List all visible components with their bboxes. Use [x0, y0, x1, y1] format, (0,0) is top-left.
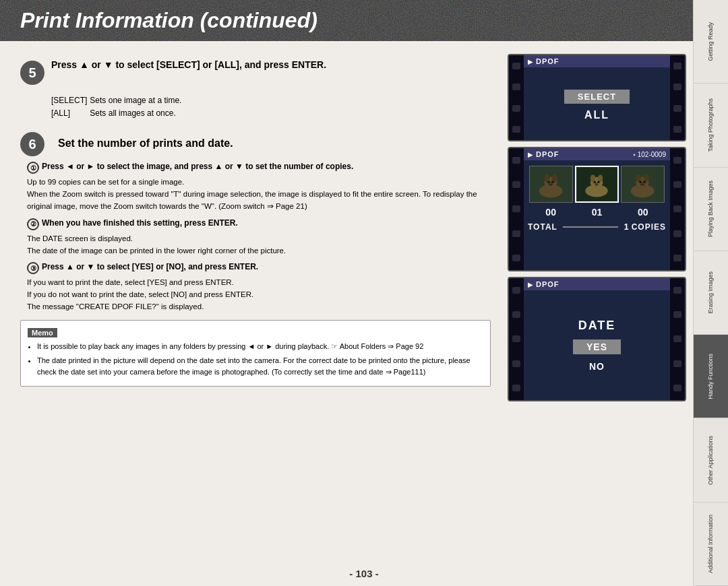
substep1-text: Press ◄ or ► to select the image, and pr… [42, 162, 353, 171]
svg-point-6 [551, 181, 554, 183]
substep2-circle: ② [27, 218, 39, 230]
svg-point-15 [595, 183, 599, 186]
film-hole [512, 205, 520, 212]
screen3-top-bar: ▶ DPOF [524, 278, 670, 290]
screen3-content: ▶ DPOF DATE YES NO [524, 278, 670, 400]
sidebar-item-playing-back[interactable]: Playing Back Images [694, 168, 728, 251]
film-hole [512, 84, 520, 90]
sidebar-item-taking-photos[interactable]: Taking Photographs [694, 84, 728, 167]
screen3: ▶ DPOF DATE YES NO [508, 277, 686, 401]
svg-point-22 [643, 181, 646, 183]
film-hole [673, 335, 681, 342]
film-strip-left-1 [509, 55, 524, 140]
page-number: - 103 - [349, 568, 378, 579]
all-label: [ALL] [51, 107, 90, 120]
substep1-circle: ① [27, 162, 39, 174]
screen1-dpof-label: DPOF [536, 57, 559, 65]
substep3: ③ Press ▲ or ▼ to select [YES] or [NO], … [27, 262, 491, 313]
total-label: TOTAL [528, 222, 557, 232]
screen3-no: NO [589, 361, 605, 372]
film-hole [673, 385, 681, 391]
substep2-detail2: The date of the image can be printed in … [27, 245, 491, 257]
substep1: ① Press ◄ or ► to select the image, and … [27, 162, 491, 212]
step6-number: 6 [20, 132, 44, 156]
film-hole [512, 126, 520, 133]
screens-panel: ▶ DPOF SELECT ALL [504, 47, 693, 586]
sidebar-label-erasing: Erasing Images [707, 271, 715, 314]
step5-detail: [SELECT] Sets one image at a time. [ALL]… [51, 94, 491, 120]
step6-title: Set the number of prints and date. [58, 137, 233, 150]
memo-item-2: The date printed in the picture will dep… [37, 355, 483, 378]
step6-block: 6 Set the number of prints and date. ① P… [20, 131, 491, 313]
substep2-text: When you have finished this setting, pre… [42, 218, 238, 228]
sidebar-label-additional: Additional Information [707, 515, 715, 573]
screen1-content: ▶ DPOF SELECT ALL [524, 55, 670, 140]
film-hole [512, 385, 520, 391]
copies-underline [563, 226, 619, 228]
memo-list: It is possible to play back any images i… [28, 341, 483, 378]
svg-point-23 [640, 183, 644, 186]
film-hole [673, 360, 681, 367]
film-hole [512, 157, 520, 164]
sidebar-item-handy[interactable]: Handy Functions [694, 335, 728, 418]
copies-numbers: 00 01 00 [524, 205, 670, 219]
screen2-top-bar: ▶ DPOF ▪ 102-0009 [524, 148, 670, 160]
copy-num-2: 01 [575, 207, 619, 218]
step5-number: 5 [20, 61, 44, 85]
select-desc: Sets one image at a time. [90, 94, 184, 107]
film-hole [512, 360, 520, 367]
page-title: Print Information (continued) [20, 8, 317, 33]
screen2-content: ▶ DPOF ▪ 102-0009 [524, 148, 670, 270]
memo-item-1: It is possible to play back any images i… [37, 341, 483, 352]
sidebar-item-getting-ready[interactable]: Getting Ready [694, 0, 728, 84]
substep1-detail1: Up to 99 copies can be set for a single … [27, 176, 491, 189]
screen2: ▶ DPOF ▪ 102-0009 [508, 147, 686, 271]
film-strip-right-3 [670, 278, 685, 400]
sidebar-item-other[interactable]: Other Applications [694, 418, 728, 502]
screen2-arrow-icon: ▶ [528, 151, 533, 158]
screen3-arrow-icon: ▶ [528, 281, 533, 288]
film-strip-right-1 [670, 55, 685, 140]
sidebar-label-taking-photos: Taking Photographs [707, 98, 715, 152]
substep3-detail3: The message "CREATE DPOF FILE?" is displ… [27, 301, 491, 313]
screen2-dpof-row: ▶ DPOF [528, 150, 559, 158]
step6-header: 6 Set the number of prints and date. [20, 131, 491, 156]
film-hole [512, 311, 520, 318]
film-hole [512, 63, 520, 69]
thumbnail-2 [575, 166, 619, 203]
film-hole [673, 311, 681, 318]
film-hole [673, 181, 681, 188]
substep1-row: ① Press ◄ or ► to select the image, and … [27, 162, 491, 174]
film-strip-right-2 [670, 148, 685, 270]
memo-box: Memo It is possible to play back any ima… [20, 320, 491, 387]
screen3-dpof-label: DPOF [536, 280, 559, 288]
substep3-text: Press ▲ or ▼ to select [YES] or [NO], an… [42, 262, 258, 271]
film-hole [673, 230, 681, 237]
substep3-detail2: If you do not want to print the date, se… [27, 289, 491, 301]
text-content: 5 Press ▲ or ▼ to select [SELECT] or [AL… [0, 47, 504, 586]
film-hole [512, 335, 520, 342]
film-hole [673, 63, 681, 69]
screen3-yes: YES [573, 339, 621, 354]
copies-bottom-bar: TOTAL 1 COPIES [524, 219, 670, 234]
film-hole [673, 205, 681, 212]
substep3-circle: ③ [27, 262, 39, 274]
thumbnail-1 [529, 166, 573, 203]
screen1-all: ALL [584, 109, 609, 121]
substep3-row: ③ Press ▲ or ▼ to select [YES] or [NO], … [27, 262, 491, 274]
select-label: [SELECT] [51, 94, 90, 107]
memo-label: Memo [28, 328, 57, 337]
thumbnails-row [524, 160, 670, 205]
sidebar-item-erasing[interactable]: Erasing Images [694, 251, 728, 335]
substep3-detail1: If you want to print the date, select [Y… [27, 277, 491, 289]
film-hole [673, 84, 681, 90]
copy-num-1: 00 [529, 207, 573, 218]
sidebar-item-additional[interactable]: Additional Information [694, 502, 728, 586]
substep2-row: ② When you have finished this setting, p… [27, 218, 491, 230]
film-hole [512, 255, 520, 261]
screen1-arrow-icon: ▶ [528, 58, 533, 65]
step5-block: 5 Press ▲ or ▼ to select [SELECT] or [AL… [20, 59, 491, 85]
thumbnail-3 [621, 166, 665, 203]
film-hole [512, 105, 520, 112]
svg-point-5 [547, 181, 550, 183]
